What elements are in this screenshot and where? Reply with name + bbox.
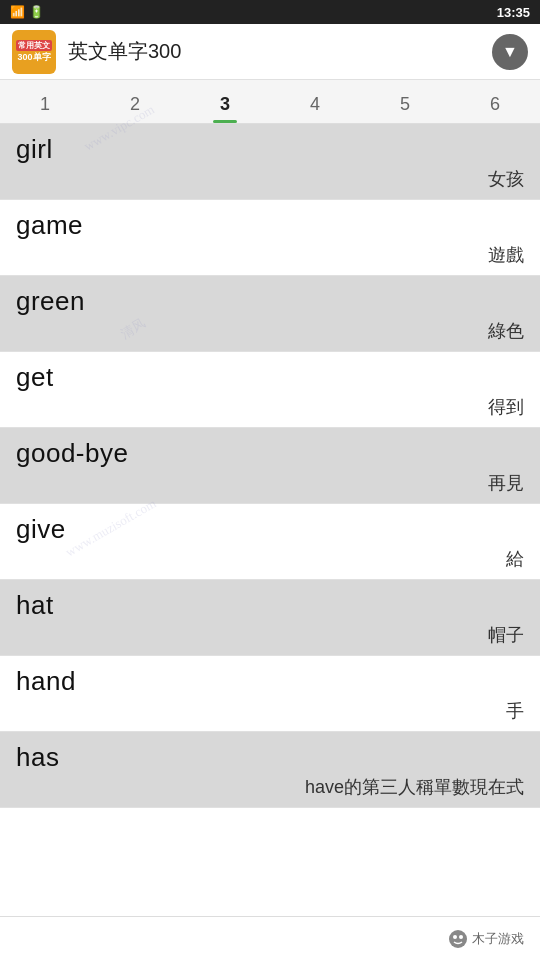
word-item-goodbye[interactable]: good-bye 再見 — [0, 428, 540, 504]
word-en: girl — [16, 134, 524, 165]
tab-1[interactable]: 1 — [0, 94, 90, 123]
word-item-has[interactable]: has have的第三人稱單數現在式 — [0, 732, 540, 808]
word-item-get[interactable]: get 得到 — [0, 352, 540, 428]
word-item-green[interactable]: green 綠色 — [0, 276, 540, 352]
status-bar: 📶 🔋 13:35 — [0, 0, 540, 24]
svg-point-1 — [453, 935, 457, 939]
word-zh: 手 — [16, 699, 524, 723]
word-en: has — [16, 742, 524, 773]
bottom-logo: 木子游戏 — [448, 929, 524, 949]
word-zh: have的第三人稱單數現在式 — [16, 775, 524, 799]
page-title: 英文单字300 — [68, 38, 492, 65]
dropdown-button[interactable]: ▼ — [492, 34, 528, 70]
app-icon-sub: 300单字 — [17, 52, 50, 63]
tab-6[interactable]: 6 — [450, 94, 540, 123]
word-en: give — [16, 514, 524, 545]
wifi-icon: 🔋 — [29, 5, 44, 19]
svg-point-0 — [449, 930, 467, 948]
app-icon: 常用英文 300单字 — [12, 30, 56, 74]
word-en: get — [16, 362, 524, 393]
word-list: girl 女孩 game 遊戲 green 綠色 get 得到 good-bye… — [0, 124, 540, 916]
logo-text: 木子游戏 — [472, 930, 524, 948]
word-en: game — [16, 210, 524, 241]
word-item-hat[interactable]: hat 帽子 — [0, 580, 540, 656]
bottom-bar: 木子游戏 — [0, 916, 540, 960]
word-item-hand[interactable]: hand 手 — [0, 656, 540, 732]
logo-icon — [448, 929, 468, 949]
chevron-down-icon: ▼ — [502, 43, 518, 61]
word-zh: 女孩 — [16, 167, 524, 191]
word-en: good-bye — [16, 438, 524, 469]
svg-point-2 — [459, 935, 463, 939]
word-zh: 再見 — [16, 471, 524, 495]
tab-3[interactable]: 3 — [180, 94, 270, 123]
tab-2[interactable]: 2 — [90, 94, 180, 123]
header: 常用英文 300单字 英文单字300 ▼ — [0, 24, 540, 80]
word-zh: 綠色 — [16, 319, 524, 343]
word-item-girl[interactable]: girl 女孩 — [0, 124, 540, 200]
word-zh: 遊戲 — [16, 243, 524, 267]
word-zh: 帽子 — [16, 623, 524, 647]
word-en: hand — [16, 666, 524, 697]
sim-icon: 📶 — [10, 5, 25, 19]
tab-5[interactable]: 5 — [360, 94, 450, 123]
tab-bar: 1 2 3 4 5 6 — [0, 80, 540, 124]
status-time: 13:35 — [497, 5, 530, 20]
tab-4[interactable]: 4 — [270, 94, 360, 123]
word-en: green — [16, 286, 524, 317]
word-zh: 得到 — [16, 395, 524, 419]
word-item-game[interactable]: game 遊戲 — [0, 200, 540, 276]
word-en: hat — [16, 590, 524, 621]
app-icon-label: 常用英文 — [16, 40, 52, 52]
word-item-give[interactable]: give 給 — [0, 504, 540, 580]
word-zh: 給 — [16, 547, 524, 571]
status-icons: 📶 🔋 — [10, 5, 44, 19]
